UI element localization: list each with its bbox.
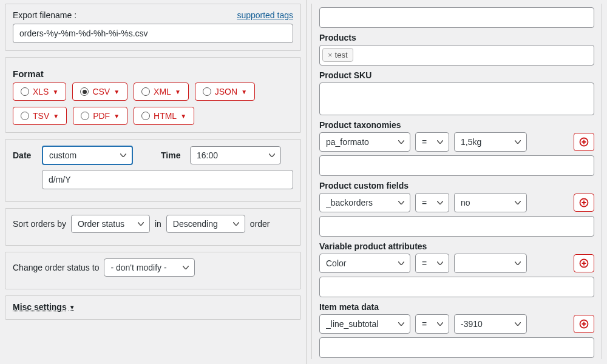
sort-direction-select[interactable]: Descending [166,215,245,233]
caret-down-icon: ▼ [52,89,58,95]
supported-tags-link[interactable]: supported tags [237,10,293,20]
format-option-xls[interactable]: XLS▼ [13,83,66,101]
taxonomies-field-select[interactable]: pa_formato [319,132,410,152]
format-label: XLS [33,87,49,96]
radio-icon [21,112,29,120]
itemmeta-add-button[interactable] [574,315,594,333]
plus-circle-icon [579,258,589,268]
caret-down-icon: ▼ [241,89,247,95]
customfields-result-box[interactable] [319,216,594,237]
format-option-json[interactable]: JSON▼ [195,83,255,101]
caret-down-icon: ▼ [53,113,59,120]
format-option-tsv[interactable]: TSV▼ [13,107,67,125]
varattrs-op-select[interactable]: = [415,254,449,273]
product-tag: × test [322,48,353,62]
caret-down-icon: ▼ [114,113,120,120]
status-change-panel: Change order status to - don't modify - [5,252,301,289]
customfields-value-select[interactable]: no [454,193,527,212]
radio-icon [203,87,211,96]
products-label: Products [319,33,594,42]
sort-prefix: Sort orders by [13,219,66,229]
itemmeta-result-box[interactable] [319,337,594,358]
radio-icon [81,112,89,120]
export-filename-input[interactable] [13,24,293,43]
taxonomies-result-box[interactable] [319,155,594,176]
varattrs-field-select[interactable]: Color [319,254,410,273]
remove-tag-icon[interactable]: × [328,50,333,59]
radio-icon [141,112,150,120]
sort-panel: Sort orders by Order status in Descendin… [5,208,301,246]
export-filename-label: Export filename : [13,10,76,20]
plus-circle-icon [579,319,589,329]
customfields-op-select[interactable]: = [415,193,449,212]
sort-in: in [155,219,161,229]
radio-icon [80,87,89,96]
products-tag-input[interactable]: × test [319,45,594,66]
format-label: PDF [93,111,110,121]
datetime-panel: Date custom Time 16:00 [5,139,301,202]
status-change-select[interactable]: - don't modify - [104,258,195,277]
varattrs-add-button[interactable] [574,254,594,272]
caret-down-icon: ▼ [175,89,181,95]
itemmeta-row: _line_subtotal = -3910 [319,314,594,334]
itemmeta-label: Item meta data [319,302,594,312]
itemmeta-field-select[interactable]: _line_subtotal [319,314,410,334]
varattrs-row: Color = [319,254,594,273]
taxonomies-row: pa_formato = 1,5kg [319,132,594,152]
customfields-label: Product custom fields [319,181,594,190]
radio-icon [141,87,150,96]
taxonomies-op-select[interactable]: = [415,132,449,152]
sort-suffix: order [250,219,270,229]
date-format-input[interactable] [42,170,293,189]
format-label: HTML [154,111,177,121]
customfields-row: _backorders = no [319,193,594,212]
plus-circle-icon [579,198,589,207]
sku-input[interactable] [319,83,594,115]
time-select[interactable]: 16:00 [190,146,281,164]
date-label: Date [13,150,37,160]
format-panel: Format XLS▼CSV▼XML▼JSON▼TSV▼PDF▼HTML▼ [5,57,301,133]
itemmeta-op-select[interactable]: = [415,314,449,334]
caret-down-icon: ▼ [180,113,186,120]
taxonomies-label: Product taxonomies [319,120,594,130]
format-label: CSV [92,87,110,96]
top-empty-box[interactable] [319,7,594,28]
format-label: TSV [33,111,49,121]
customfields-field-select[interactable]: _backorders [319,193,410,212]
format-option-pdf[interactable]: PDF▼ [73,107,127,125]
taxonomies-value-select[interactable]: 1,5kg [454,132,527,152]
plus-circle-icon [579,137,589,147]
date-mode-select[interactable]: custom [42,146,133,165]
radio-icon [21,87,29,96]
format-label: XML [154,87,171,96]
caret-down-icon: ▼ [114,89,120,95]
format-option-csv[interactable]: CSV▼ [72,83,127,101]
varattrs-result-box[interactable] [319,277,594,297]
varattrs-label: Variable product attributes [319,241,594,251]
time-label: Time [161,150,185,160]
format-option-xml[interactable]: XML▼ [134,83,189,101]
misc-panel: Misc settings ▼ [5,295,301,320]
sort-field-select[interactable]: Order status [71,215,150,233]
customfields-add-button[interactable] [574,194,594,212]
sku-label: Product SKU [319,70,594,80]
format-label: JSON [215,87,237,96]
itemmeta-value-select[interactable]: -3910 [454,314,527,334]
misc-settings-toggle[interactable]: Misc settings ▼ [13,302,75,312]
caret-down-icon: ▼ [69,304,75,311]
taxonomies-add-button[interactable] [574,133,594,151]
varattrs-value-select[interactable] [454,254,527,273]
format-title: Format [13,69,293,79]
status-change-label: Change order status to [13,263,99,272]
export-filename-panel: Export filename : supported tags [5,4,301,51]
format-option-html[interactable]: HTML▼ [134,107,194,125]
